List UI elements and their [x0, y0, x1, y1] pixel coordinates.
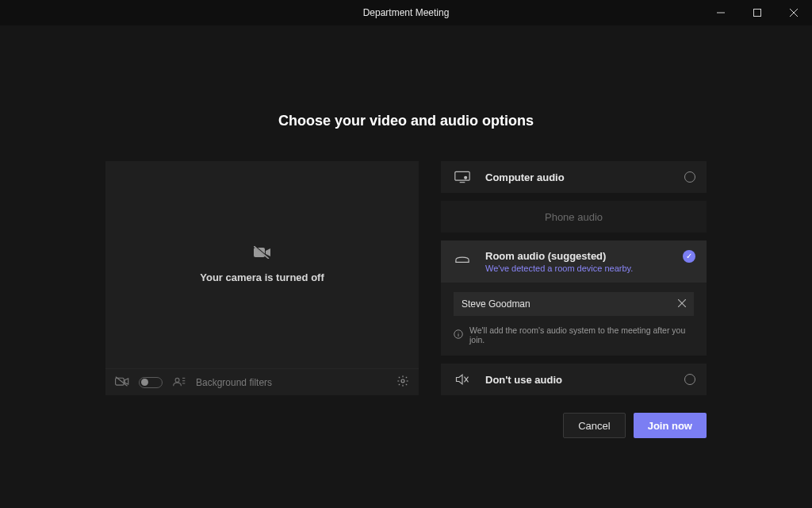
svg-rect-14: [455, 171, 469, 180]
close-icon: [790, 9, 798, 17]
camera-toggle-icon: [115, 376, 129, 389]
computer-audio-icon: [452, 171, 473, 183]
camera-off-text: Your camera is turned off: [200, 271, 324, 283]
info-icon: [454, 329, 463, 341]
background-filters-label[interactable]: Background filters: [196, 377, 272, 388]
audio-options-column: Computer audio Phone audio Ro: [441, 161, 707, 395]
video-preview-area: Your camera is turned off: [105, 161, 419, 368]
panels-row: Your camera is turned off: [105, 161, 707, 395]
window-controls: [703, 0, 812, 25]
option-label: Room audio (suggested): [485, 250, 670, 262]
option-text: Computer audio: [485, 171, 672, 183]
svg-rect-1: [754, 10, 761, 17]
video-toolbar: Background filters: [105, 368, 419, 395]
selected-room-name: Steve Goodman: [462, 298, 678, 310]
minimize-icon: [717, 9, 725, 17]
room-selection-field[interactable]: Steve Goodman: [454, 292, 694, 316]
radio-unchecked: [684, 171, 695, 183]
background-filters-icon: [172, 376, 186, 389]
room-audio-icon: [452, 250, 473, 264]
option-text: Don't use audio: [485, 374, 672, 386]
room-audio-details: Steve Goodman We'l: [441, 283, 707, 356]
clear-room-button[interactable]: [678, 298, 686, 310]
maximize-icon: [753, 9, 761, 17]
audio-option-room[interactable]: Room audio (suggested) We've detected a …: [441, 241, 707, 283]
svg-point-21: [458, 332, 459, 333]
svg-rect-7: [116, 378, 124, 385]
room-note: We'll add the room's audio system to the…: [454, 325, 694, 344]
option-text: Room audio (suggested) We've detected a …: [485, 250, 670, 273]
meeting-prejoin-window: Department Meeting Choose your video and…: [0, 0, 812, 508]
svg-point-16: [464, 176, 467, 179]
svg-point-9: [175, 378, 179, 382]
close-button[interactable]: [776, 0, 812, 25]
radio-unchecked: [684, 374, 695, 385]
room-note-text: We'll add the room's audio system to the…: [469, 325, 694, 344]
audio-option-phone: Phone audio: [441, 201, 707, 233]
audio-option-none[interactable]: Don't use audio: [441, 364, 707, 395]
actions-row: Cancel Join now: [105, 413, 707, 438]
join-now-button[interactable]: Join now: [634, 413, 707, 438]
window-title: Department Meeting: [363, 7, 450, 18]
close-icon: [678, 299, 686, 307]
gear-icon: [396, 375, 409, 387]
maximize-button[interactable]: [739, 0, 776, 25]
radio-checked: [683, 250, 695, 263]
svg-point-13: [401, 379, 404, 383]
camera-off-icon: [254, 246, 271, 262]
page-heading: Choose your video and audio options: [278, 113, 534, 129]
title-bar: Department Meeting: [0, 0, 812, 25]
device-settings-button[interactable]: [396, 375, 409, 390]
option-subtext: We've detected a room device nearby.: [485, 264, 670, 273]
prejoin-content: Choose your video and audio options Your…: [0, 25, 812, 508]
no-audio-icon: [452, 373, 473, 386]
option-label: Phone audio: [545, 211, 603, 223]
minimize-button[interactable]: [703, 0, 739, 25]
audio-option-computer[interactable]: Computer audio: [441, 161, 707, 193]
cancel-button[interactable]: Cancel: [563, 413, 625, 438]
camera-toggle[interactable]: [139, 377, 163, 388]
option-label: Computer audio: [485, 171, 672, 183]
video-preview-panel: Your camera is turned off: [105, 161, 419, 395]
option-label: Don't use audio: [485, 374, 672, 386]
